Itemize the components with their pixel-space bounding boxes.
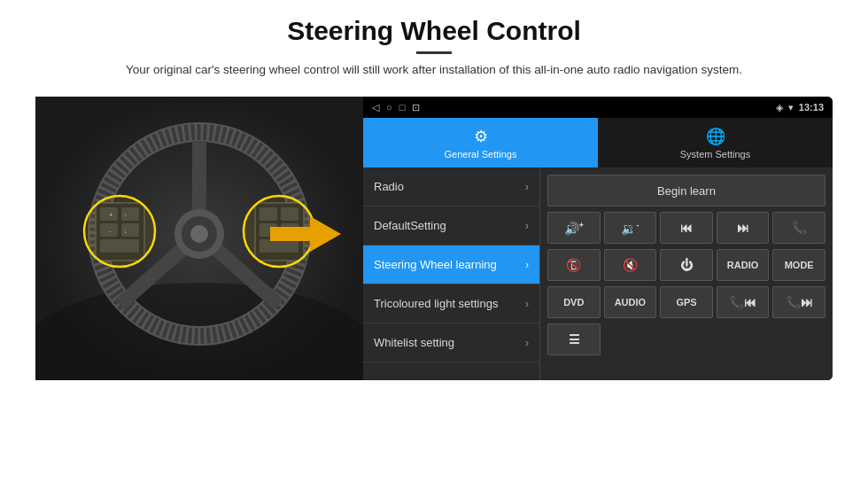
gps-label: GPS xyxy=(676,297,696,308)
steering-wheel-area: + - ↑ ↓ xyxy=(35,97,363,380)
tel-next-icon: 📞⏭ xyxy=(786,295,813,309)
tel-next-button[interactable]: 📞⏭ xyxy=(772,286,825,318)
content-area: + - ↑ ↓ xyxy=(35,97,833,474)
control-panel: Begin learn 🔊+ 🔉- ⏮ xyxy=(540,167,833,380)
menu-item-whitelist[interactable]: Whitelist setting › xyxy=(363,323,539,362)
back-icon: ◁ xyxy=(372,102,379,113)
prev-button[interactable]: ⏮ xyxy=(660,212,713,244)
begin-learn-row: Begin learn xyxy=(547,175,825,206)
vol-down-icon: 🔉- xyxy=(621,221,639,236)
mute-button[interactable]: 🔇 xyxy=(604,249,657,281)
audio-label: AUDIO xyxy=(615,297,646,308)
mode-button[interactable]: MODE xyxy=(772,249,825,281)
head-unit: ◁ ○ □ ⊡ ◈ ▾ 13:13 ⚙ General Settings xyxy=(363,97,833,380)
radio-button[interactable]: RADIO xyxy=(717,249,770,281)
screen-icon: ⊡ xyxy=(412,102,420,113)
tel-prev-button[interactable]: 📞⏮ xyxy=(717,286,770,318)
menu-list: Radio › DefaultSetting › Steering Wheel … xyxy=(363,167,540,380)
control-row-1: 🔊+ 🔉- ⏮ ⏭ 📞 xyxy=(547,212,825,244)
page-subtitle: Your original car's steering wheel contr… xyxy=(126,61,742,79)
home-icon: ○ xyxy=(386,102,392,113)
call-end-button[interactable]: 📵 xyxy=(547,249,601,281)
steering-wheel-svg: + - ↑ ↓ xyxy=(35,97,363,380)
status-bar: ◁ ○ □ ⊡ ◈ ▾ 13:13 xyxy=(363,97,833,118)
status-right: ◈ ▾ 13:13 xyxy=(776,102,824,113)
control-row-3: DVD AUDIO GPS 📞⏮ 📞⏭ xyxy=(547,286,825,318)
menu-item-steering[interactable]: Steering Wheel learning › xyxy=(363,245,539,284)
power-button[interactable]: ⏻ xyxy=(660,249,713,281)
tab-system-label: System Settings xyxy=(680,149,750,160)
tab-bar: ⚙ General Settings 🌐 System Settings xyxy=(363,118,833,167)
general-settings-icon: ⚙ xyxy=(474,127,488,146)
dvd-button[interactable]: DVD xyxy=(547,286,601,318)
radio-label: RADIO xyxy=(727,260,758,270)
status-time: 13:13 xyxy=(799,102,824,113)
recent-icon: □ xyxy=(399,102,406,113)
radio-chevron-icon: › xyxy=(525,181,529,193)
audio-button[interactable]: AUDIO xyxy=(604,286,657,318)
vol-down-button[interactable]: 🔉- xyxy=(604,212,657,244)
vol-up-button[interactable]: 🔊+ xyxy=(547,212,601,244)
main-content: Radio › DefaultSetting › Steering Wheel … xyxy=(363,167,833,380)
title-divider xyxy=(416,51,452,54)
menu-tricoloured-label: Tricoloured light settings xyxy=(374,297,498,310)
menu-item-radio[interactable]: Radio › xyxy=(363,167,539,206)
page-container: Steering Wheel Control Your original car… xyxy=(0,0,868,483)
menu-steering-label: Steering Wheel learning xyxy=(374,258,497,271)
system-settings-icon: 🌐 xyxy=(706,127,725,146)
tab-general-label: General Settings xyxy=(445,149,517,160)
menu-whitelist-label: Whitelist setting xyxy=(374,336,454,349)
tab-general[interactable]: ⚙ General Settings xyxy=(363,118,598,167)
control-row-2: 📵 🔇 ⏻ RADIO MODE xyxy=(547,249,825,281)
nav-icons: ◁ ○ □ ⊡ xyxy=(372,102,420,113)
title-section: Steering Wheel Control Your original car… xyxy=(126,16,742,79)
vol-up-icon: 🔊+ xyxy=(564,221,584,236)
menu-default-label: DefaultSetting xyxy=(374,219,446,232)
next-track-icon: ⏭ xyxy=(737,221,749,235)
menu-button[interactable]: ☰ xyxy=(547,323,601,355)
whitelist-chevron-icon: › xyxy=(525,337,529,349)
tab-system[interactable]: 🌐 System Settings xyxy=(598,118,833,167)
gps-button[interactable]: GPS xyxy=(660,286,713,318)
control-row-4: ☰ xyxy=(547,323,825,355)
mute-icon: 🔇 xyxy=(623,258,638,272)
signal-icon: ▾ xyxy=(788,102,794,113)
mode-label: MODE xyxy=(785,260,814,270)
call-end-icon: 📵 xyxy=(566,258,581,272)
power-icon: ⏻ xyxy=(680,258,693,272)
menu-item-tricoloured[interactable]: Tricoloured light settings › xyxy=(363,284,539,323)
begin-learn-button[interactable]: Begin learn xyxy=(547,175,825,206)
steering-chevron-icon: › xyxy=(525,259,529,271)
next-button[interactable]: ⏭ xyxy=(717,212,770,244)
phone-answer-icon: 📞 xyxy=(792,221,807,235)
default-chevron-icon: › xyxy=(525,220,529,232)
tricoloured-chevron-icon: › xyxy=(525,298,529,310)
menu-radio-label: Radio xyxy=(374,180,404,193)
menu-icon: ☰ xyxy=(569,332,580,347)
menu-item-default[interactable]: DefaultSetting › xyxy=(363,206,539,245)
tel-prev-icon: 📞⏮ xyxy=(729,295,756,309)
svg-point-26 xyxy=(84,196,155,267)
location-icon: ◈ xyxy=(776,102,783,113)
svg-point-9 xyxy=(190,225,208,243)
phone-button[interactable]: 📞 xyxy=(772,212,825,244)
page-title: Steering Wheel Control xyxy=(126,16,742,46)
prev-track-icon: ⏮ xyxy=(680,221,693,235)
dvd-label: DVD xyxy=(563,297,584,308)
